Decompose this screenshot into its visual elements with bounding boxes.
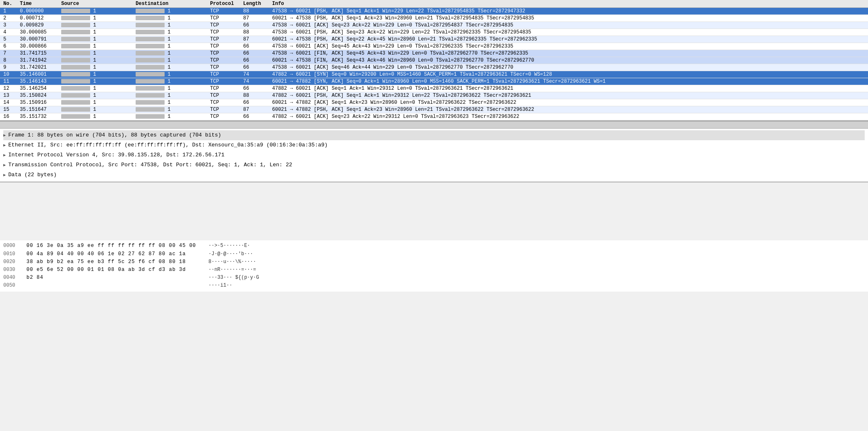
packet-row[interactable]: 1 0.000000 1 1 TCP 88 47538 → 60021 [PSH…	[0, 8, 868, 15]
hex-offset: 0000	[3, 242, 18, 250]
packet-row[interactable]: 11 35.146143 1 1 TCP 74 60021 → 47882 [S…	[0, 78, 868, 85]
col-info: Info	[270, 1, 866, 7]
pkt-source: 1	[60, 93, 134, 98]
pkt-dest: 1	[134, 36, 208, 42]
pkt-source: 1	[60, 57, 134, 63]
pkt-length: 66	[242, 57, 270, 63]
hex-ascii: ····i1··	[208, 282, 232, 290]
detail-tcp-text: Transmission Control Protocol, Src Port:…	[8, 160, 292, 170]
detail-data[interactable]: ▶ Data (22 bytes)	[3, 170, 865, 180]
pkt-length: 87	[242, 15, 270, 21]
pkt-protocol: TCP	[208, 100, 242, 105]
pkt-dest: 1	[134, 8, 208, 14]
pkt-info: 47538 → 60021 [PSH, ACK] Seq=23 Ack=22 W…	[270, 29, 866, 35]
packet-row[interactable]: 7 31.741715 1 1 TCP 66 47538 → 60021 [FI…	[0, 50, 868, 57]
pkt-dest: 1	[134, 79, 208, 84]
pkt-protocol: TCP	[208, 65, 242, 70]
pkt-length: 66	[242, 86, 270, 91]
packet-row[interactable]: 9 31.742021 1 1 TCP 66 47538 → 60021 [AC…	[0, 64, 868, 71]
packet-row[interactable]: 8 31.741942 1 1 TCP 66 60021 → 47538 [FI…	[0, 57, 868, 64]
packet-row[interactable]: 3 0.009829 1 1 TCP 66 47538 → 60021 [ACK…	[0, 22, 868, 29]
pkt-time: 0.009829	[18, 22, 60, 28]
packet-row[interactable]: 15 35.151647 1 1 TCP 87 60021 → 47882 [P…	[0, 106, 868, 113]
pkt-no: 14	[2, 100, 18, 105]
pkt-length: 66	[242, 114, 270, 120]
detail-ip[interactable]: ▶ Internet Protocol Version 4, Src: 39.9…	[3, 150, 865, 160]
hex-bytes	[26, 282, 200, 290]
hex-bytes: b2 84	[26, 274, 200, 282]
pkt-no: 5	[2, 36, 18, 42]
pkt-time: 30.000085	[18, 29, 60, 35]
detail-ethernet[interactable]: ▶ Ethernet II, Src: ee:ff:ff:ff:ff:ff (e…	[3, 140, 865, 150]
hex-offset: 0040	[3, 274, 18, 282]
pkt-info: 60021 → 47538 [PSH, ACK] Seq=1 Ack=23 Wi…	[270, 15, 866, 21]
pkt-time: 31.741942	[18, 57, 60, 63]
hex-row: 0030 00 e5 6e 52 00 00 01 01 08 0a ab 3d…	[3, 266, 865, 274]
packet-row[interactable]: 14 35.150916 1 1 TCP 66 60021 → 47882 [A…	[0, 99, 868, 106]
pkt-dest: 1	[134, 22, 208, 28]
pkt-dest: 1	[134, 29, 208, 35]
pkt-source: 1	[60, 79, 134, 84]
hex-bytes: 00 16 3e 0a 35 a9 ee ff ff ff ff ff ff 0…	[26, 242, 200, 250]
packet-row[interactable]: 6 30.000866 1 1 TCP 66 47538 → 60021 [AC…	[0, 43, 868, 50]
hex-row: 0000 00 16 3e 0a 35 a9 ee ff ff ff ff ff…	[3, 242, 865, 250]
packet-row[interactable]: 10 35.146001 1 1 TCP 74 47882 → 60021 [S…	[0, 71, 868, 78]
pkt-dest: 1	[134, 107, 208, 113]
pkt-no: 13	[2, 93, 18, 98]
pkt-time: 35.146254	[18, 86, 60, 91]
hex-ascii: ··>·5·······E·	[208, 242, 250, 250]
pkt-protocol: TCP	[208, 107, 242, 113]
col-source: Source	[60, 1, 134, 7]
pkt-source: 1	[60, 43, 134, 49]
detail-frame[interactable]: ▶ Frame 1: 88 bytes on wire (704 bits), …	[3, 130, 865, 140]
packet-row[interactable]: 13 35.150824 1 1 TCP 88 47882 → 60021 [P…	[0, 92, 868, 99]
pkt-info: 60021 → 47882 [SYN, ACK] Seq=0 Ack=1 Win…	[270, 79, 866, 84]
detail-data-text: Data (22 bytes)	[8, 170, 57, 180]
pkt-length: 66	[242, 50, 270, 56]
pkt-info: 47538 → 60021 [PSH, ACK] Seq=1 Ack=1 Win…	[270, 8, 866, 14]
pkt-info: 47882 → 60021 [ACK] Seq=1 Ack=1 Win=2931…	[270, 86, 866, 91]
col-time: Time	[18, 1, 60, 7]
pkt-length: 87	[242, 36, 270, 42]
pkt-time: 35.150824	[18, 93, 60, 98]
pkt-protocol: TCP	[208, 15, 242, 21]
pkt-length: 88	[242, 29, 270, 35]
pkt-info: 60021 → 47538 [PSH, ACK] Seq=22 Ack=45 W…	[270, 36, 866, 42]
hex-bytes: 00 e5 6e 52 00 00 01 01 08 0a ab 3d cf d…	[26, 266, 200, 274]
pkt-source: 1	[60, 72, 134, 77]
hex-bytes: 00 4a 89 04 40 00 40 06 1e 02 27 62 87 8…	[26, 250, 200, 258]
detail-ethernet-text: Ethernet II, Src: ee:ff:ff:ff:ff:ff (ee:…	[8, 141, 328, 150]
pkt-time: 35.146143	[18, 79, 60, 84]
pkt-dest: 1	[134, 65, 208, 70]
pane-divider[interactable]	[0, 121, 868, 129]
pkt-no: 16	[2, 114, 18, 120]
packet-rows: 1 0.000000 1 1 TCP 88 47538 → 60021 [PSH…	[0, 8, 868, 120]
packet-row[interactable]: 4 30.000085 1 1 TCP 88 47538 → 60021 [PS…	[0, 29, 868, 36]
pkt-info: 47882 → 60021 [PSH, ACK] Seq=1 Ack=1 Win…	[270, 93, 866, 98]
hex-ascii: ···33··· ${(p·y·G	[208, 274, 259, 282]
packet-row[interactable]: 16 35.151732 1 1 TCP 66 47882 → 60021 [A…	[0, 113, 868, 120]
pkt-info: 60021 → 47882 [PSH, ACK] Seq=1 Ack=23 Wi…	[270, 107, 866, 113]
pkt-protocol: TCP	[208, 57, 242, 63]
pkt-protocol: TCP	[208, 22, 242, 28]
pkt-time: 35.151732	[18, 114, 60, 120]
hex-offset: 0030	[3, 266, 18, 274]
pkt-dest: 1	[134, 15, 208, 21]
col-destination: Destination	[134, 1, 208, 7]
packet-row[interactable]: 12 35.146254 1 1 TCP 66 47882 → 60021 [A…	[0, 85, 868, 92]
pkt-info: 47538 → 60021 [ACK] Seq=45 Ack=43 Win=22…	[270, 43, 866, 49]
packet-row[interactable]: 2 0.000712 1 1 TCP 87 60021 → 47538 [PSH…	[0, 15, 868, 22]
pkt-source: 1	[60, 65, 134, 70]
pkt-dest: 1	[134, 50, 208, 56]
pkt-time: 35.150916	[18, 100, 60, 105]
pkt-dest: 1	[134, 100, 208, 105]
pkt-source: 1	[60, 8, 134, 14]
pkt-info: 47538 → 60021 [FIN, ACK] Seq=45 Ack=43 W…	[270, 50, 866, 56]
hex-ascii: ··nR·······=···=	[208, 266, 256, 274]
hex-offset: 0020	[3, 258, 18, 266]
pkt-info: 47882 → 60021 [SYN] Seq=0 Win=29200 Len=…	[270, 72, 866, 77]
packet-row[interactable]: 5 30.000791 1 1 TCP 87 60021 → 47538 [PS…	[0, 36, 868, 43]
expand-tcp-icon: ▶	[3, 162, 6, 169]
detail-tcp[interactable]: ▶ Transmission Control Protocol, Src Por…	[3, 160, 865, 170]
hex-row: 0050 ····i1··	[3, 282, 865, 290]
